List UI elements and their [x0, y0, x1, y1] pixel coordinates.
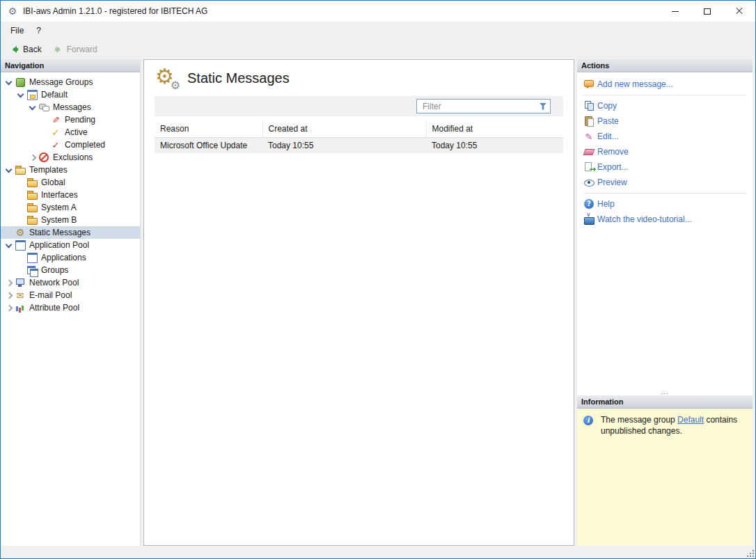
main-header: Static Messages	[144, 60, 574, 95]
tree-item-system-a[interactable]: System A	[1, 201, 140, 214]
folder-icon	[26, 214, 38, 226]
action-watch-the-video-tutorial[interactable]: Watch the video-tutorial...	[577, 212, 753, 227]
information-text-before: The message group	[601, 415, 677, 425]
tree-item-system-b[interactable]: System B	[1, 214, 140, 226]
tree-item-global[interactable]: Global	[1, 176, 140, 189]
action-export[interactable]: Export...	[577, 159, 753, 175]
tree-item-completed[interactable]: Completed	[1, 139, 140, 151]
maximize-button[interactable]	[691, 1, 723, 22]
tree-item-label: Network Pool	[29, 278, 81, 288]
chevron-down-icon[interactable]	[3, 164, 15, 176]
close-icon	[735, 7, 743, 15]
tree-item-applications[interactable]: Applications	[1, 251, 140, 264]
tree-item-label: Active	[64, 127, 90, 137]
tree-item-label: Interfaces	[40, 190, 81, 200]
action-copy[interactable]: Copy	[577, 98, 753, 113]
tree-item-groups[interactable]: Groups	[1, 264, 140, 276]
filter-strip	[155, 96, 563, 116]
resize-grip[interactable]	[746, 549, 754, 557]
tree-item-label: Templates	[29, 165, 70, 175]
table-row[interactable]: Microsoft Office UpdateToday 10:55Today …	[155, 138, 563, 154]
tree-item-label: Groups	[40, 265, 71, 275]
information-text: The message group Default contains unpub…	[601, 415, 747, 436]
tree-item-label: Pending	[64, 115, 98, 125]
workspace: Navigation Message GroupsDefaultMessages…	[1, 59, 755, 549]
email-pool-icon	[15, 290, 26, 301]
tree-indent-spacer	[38, 139, 50, 151]
tree-item-label: System B	[40, 215, 79, 225]
tree-indent-spacer	[15, 189, 26, 201]
column-header-created-at[interactable]: Created at	[262, 120, 426, 138]
applications-icon	[26, 252, 38, 263]
filter-funnel-icon[interactable]	[538, 102, 548, 111]
chevron-right-icon[interactable]	[3, 277, 15, 289]
panel-splitter[interactable]: ...	[577, 386, 753, 395]
column-header-modified-at[interactable]: Modified at	[426, 120, 563, 138]
tree-item-label: Static Messages	[29, 228, 93, 237]
copy-icon	[583, 100, 594, 111]
minimize-icon	[672, 11, 679, 12]
chevron-right-icon[interactable]	[3, 290, 15, 301]
menu-help[interactable]: ?	[30, 23, 47, 38]
action-edit[interactable]: Edit...	[577, 129, 753, 144]
tree-item-active[interactable]: Active	[1, 126, 140, 139]
chevron-down-icon[interactable]	[26, 102, 38, 113]
default-group-link[interactable]: Default	[677, 415, 704, 425]
exclusions-icon	[38, 152, 49, 163]
tree-item-message-groups[interactable]: Message Groups	[1, 76, 140, 88]
tree-item-default[interactable]: Default	[1, 88, 140, 101]
action-paste[interactable]: Paste	[577, 113, 753, 129]
static-messages-gear-icon	[155, 67, 179, 89]
static-messages-icon	[15, 227, 26, 238]
tree-item-application-pool[interactable]: Application Pool	[1, 239, 140, 251]
action-remove[interactable]: Remove	[577, 144, 753, 159]
tree-item-templates[interactable]: Templates	[1, 164, 140, 176]
action-label: Remove	[597, 147, 629, 157]
actions-separator	[583, 193, 746, 194]
folder-icon	[26, 202, 38, 213]
export-icon	[583, 162, 594, 173]
tree-item-pending[interactable]: Pending	[1, 113, 140, 126]
tree-item-label: Default	[40, 90, 70, 100]
chevron-down-icon[interactable]	[15, 89, 26, 101]
tree-indent-spacer	[15, 202, 26, 214]
navigation-header: Navigation	[1, 59, 140, 72]
tree-item-interfaces[interactable]: Interfaces	[1, 189, 140, 201]
tree-indent-spacer	[15, 177, 26, 189]
tree-item-network-pool[interactable]: Network Pool	[1, 276, 140, 289]
action-add-new-message[interactable]: Add new message...	[577, 77, 753, 92]
messages-table: Reason Created at Modified at Microsoft …	[155, 120, 563, 153]
back-arrow-icon	[9, 44, 20, 55]
actions-header: Actions	[577, 59, 753, 72]
filter-input[interactable]	[421, 101, 538, 112]
table-cell: Today 10:55	[426, 138, 563, 154]
action-label: Help	[597, 199, 615, 209]
chevron-right-icon[interactable]	[26, 152, 38, 164]
forward-arrow-icon	[53, 44, 64, 55]
filter-box	[416, 99, 551, 113]
tree-item-label: Global	[40, 178, 68, 187]
tree-item-attribute-pool[interactable]: Attribute Pool	[1, 301, 140, 314]
chevron-down-icon[interactable]	[3, 77, 15, 88]
close-button[interactable]	[723, 1, 755, 22]
tree-item-label: Applications	[40, 253, 89, 262]
forward-button[interactable]: Forward	[48, 42, 102, 57]
paste-icon	[583, 116, 594, 127]
action-preview[interactable]: Preview	[577, 175, 753, 190]
back-button[interactable]: Back	[4, 42, 47, 57]
action-help[interactable]: Help	[577, 196, 753, 212]
tree-item-exclusions[interactable]: Exclusions	[1, 151, 140, 164]
chevron-right-icon[interactable]	[3, 302, 15, 314]
menubar: File ?	[1, 22, 755, 40]
app-pool-icon	[15, 239, 26, 251]
tree-item-static-messages[interactable]: Static Messages	[1, 226, 140, 239]
column-header-reason[interactable]: Reason	[155, 120, 262, 138]
tree-item-label: E-mail Pool	[29, 290, 74, 300]
menu-file[interactable]: File	[4, 23, 30, 38]
chevron-down-icon[interactable]	[3, 239, 15, 251]
help-icon	[583, 198, 594, 210]
minimize-button[interactable]	[659, 1, 691, 22]
tree-item-messages[interactable]: Messages	[1, 101, 140, 113]
tree-item-e-mail-pool[interactable]: E-mail Pool	[1, 289, 140, 301]
messages-table-wrap: Reason Created at Modified at Microsoft …	[155, 120, 563, 538]
